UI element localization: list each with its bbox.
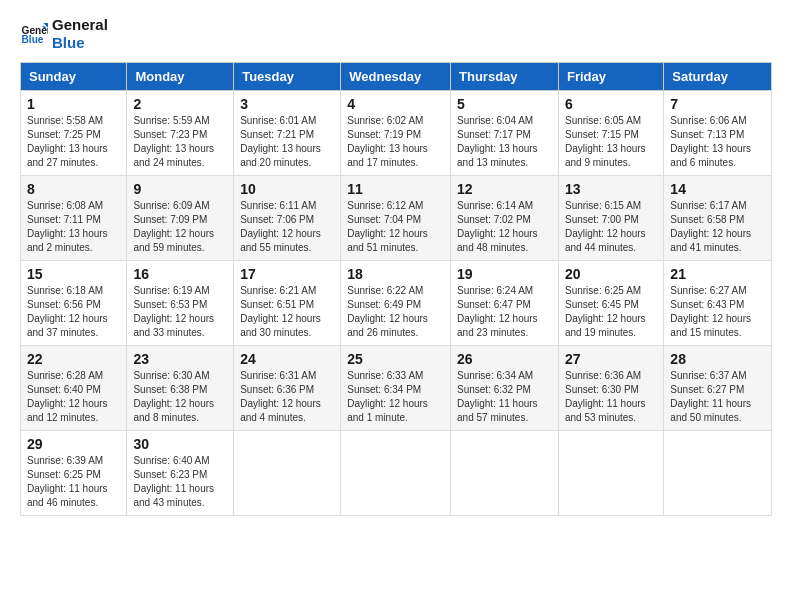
calendar-cell: 17Sunrise: 6:21 AM Sunset: 6:51 PM Dayli… xyxy=(234,261,341,346)
weekday-header: Monday xyxy=(127,63,234,91)
calendar-cell: 14Sunrise: 6:17 AM Sunset: 6:58 PM Dayli… xyxy=(664,176,772,261)
calendar-table: SundayMondayTuesdayWednesdayThursdayFrid… xyxy=(20,62,772,516)
day-number: 29 xyxy=(27,436,120,452)
calendar-cell: 9Sunrise: 6:09 AM Sunset: 7:09 PM Daylig… xyxy=(127,176,234,261)
calendar-cell: 15Sunrise: 6:18 AM Sunset: 6:56 PM Dayli… xyxy=(21,261,127,346)
day-number: 23 xyxy=(133,351,227,367)
weekday-header: Tuesday xyxy=(234,63,341,91)
calendar-cell: 22Sunrise: 6:28 AM Sunset: 6:40 PM Dayli… xyxy=(21,346,127,431)
day-number: 21 xyxy=(670,266,765,282)
calendar-cell: 11Sunrise: 6:12 AM Sunset: 7:04 PM Dayli… xyxy=(341,176,451,261)
day-number: 16 xyxy=(133,266,227,282)
day-info: Sunrise: 6:02 AM Sunset: 7:19 PM Dayligh… xyxy=(347,114,444,170)
calendar-cell: 5Sunrise: 6:04 AM Sunset: 7:17 PM Daylig… xyxy=(451,91,559,176)
day-info: Sunrise: 6:22 AM Sunset: 6:49 PM Dayligh… xyxy=(347,284,444,340)
day-number: 2 xyxy=(133,96,227,112)
day-info: Sunrise: 6:17 AM Sunset: 6:58 PM Dayligh… xyxy=(670,199,765,255)
calendar-cell: 28Sunrise: 6:37 AM Sunset: 6:27 PM Dayli… xyxy=(664,346,772,431)
day-info: Sunrise: 6:06 AM Sunset: 7:13 PM Dayligh… xyxy=(670,114,765,170)
day-info: Sunrise: 6:04 AM Sunset: 7:17 PM Dayligh… xyxy=(457,114,552,170)
day-info: Sunrise: 6:36 AM Sunset: 6:30 PM Dayligh… xyxy=(565,369,657,425)
calendar-cell: 6Sunrise: 6:05 AM Sunset: 7:15 PM Daylig… xyxy=(558,91,663,176)
day-number: 4 xyxy=(347,96,444,112)
day-info: Sunrise: 6:31 AM Sunset: 6:36 PM Dayligh… xyxy=(240,369,334,425)
logo: General Blue General Blue xyxy=(20,16,108,52)
calendar-cell xyxy=(234,431,341,516)
calendar-cell: 8Sunrise: 6:08 AM Sunset: 7:11 PM Daylig… xyxy=(21,176,127,261)
calendar-cell: 27Sunrise: 6:36 AM Sunset: 6:30 PM Dayli… xyxy=(558,346,663,431)
calendar-cell: 13Sunrise: 6:15 AM Sunset: 7:00 PM Dayli… xyxy=(558,176,663,261)
day-number: 1 xyxy=(27,96,120,112)
day-number: 13 xyxy=(565,181,657,197)
day-info: Sunrise: 5:58 AM Sunset: 7:25 PM Dayligh… xyxy=(27,114,120,170)
calendar-cell: 21Sunrise: 6:27 AM Sunset: 6:43 PM Dayli… xyxy=(664,261,772,346)
calendar-week-row: 29Sunrise: 6:39 AM Sunset: 6:25 PM Dayli… xyxy=(21,431,772,516)
weekday-header: Friday xyxy=(558,63,663,91)
day-info: Sunrise: 6:14 AM Sunset: 7:02 PM Dayligh… xyxy=(457,199,552,255)
day-number: 6 xyxy=(565,96,657,112)
day-number: 19 xyxy=(457,266,552,282)
weekday-header: Wednesday xyxy=(341,63,451,91)
calendar-cell: 4Sunrise: 6:02 AM Sunset: 7:19 PM Daylig… xyxy=(341,91,451,176)
calendar-cell: 20Sunrise: 6:25 AM Sunset: 6:45 PM Dayli… xyxy=(558,261,663,346)
calendar-cell: 7Sunrise: 6:06 AM Sunset: 7:13 PM Daylig… xyxy=(664,91,772,176)
calendar-cell: 30Sunrise: 6:40 AM Sunset: 6:23 PM Dayli… xyxy=(127,431,234,516)
day-number: 28 xyxy=(670,351,765,367)
calendar-cell: 24Sunrise: 6:31 AM Sunset: 6:36 PM Dayli… xyxy=(234,346,341,431)
calendar-cell: 1Sunrise: 5:58 AM Sunset: 7:25 PM Daylig… xyxy=(21,91,127,176)
day-info: Sunrise: 6:21 AM Sunset: 6:51 PM Dayligh… xyxy=(240,284,334,340)
calendar-cell: 3Sunrise: 6:01 AM Sunset: 7:21 PM Daylig… xyxy=(234,91,341,176)
calendar-cell: 26Sunrise: 6:34 AM Sunset: 6:32 PM Dayli… xyxy=(451,346,559,431)
day-number: 5 xyxy=(457,96,552,112)
calendar-week-row: 15Sunrise: 6:18 AM Sunset: 6:56 PM Dayli… xyxy=(21,261,772,346)
day-info: Sunrise: 6:01 AM Sunset: 7:21 PM Dayligh… xyxy=(240,114,334,170)
day-info: Sunrise: 6:24 AM Sunset: 6:47 PM Dayligh… xyxy=(457,284,552,340)
calendar-cell: 29Sunrise: 6:39 AM Sunset: 6:25 PM Dayli… xyxy=(21,431,127,516)
day-number: 22 xyxy=(27,351,120,367)
day-number: 7 xyxy=(670,96,765,112)
day-number: 18 xyxy=(347,266,444,282)
calendar-cell: 2Sunrise: 5:59 AM Sunset: 7:23 PM Daylig… xyxy=(127,91,234,176)
weekday-header: Sunday xyxy=(21,63,127,91)
day-info: Sunrise: 6:12 AM Sunset: 7:04 PM Dayligh… xyxy=(347,199,444,255)
day-info: Sunrise: 6:15 AM Sunset: 7:00 PM Dayligh… xyxy=(565,199,657,255)
weekday-header: Saturday xyxy=(664,63,772,91)
day-number: 15 xyxy=(27,266,120,282)
calendar-week-row: 8Sunrise: 6:08 AM Sunset: 7:11 PM Daylig… xyxy=(21,176,772,261)
day-number: 8 xyxy=(27,181,120,197)
calendar-cell: 19Sunrise: 6:24 AM Sunset: 6:47 PM Dayli… xyxy=(451,261,559,346)
calendar-cell xyxy=(664,431,772,516)
day-number: 20 xyxy=(565,266,657,282)
day-info: Sunrise: 6:28 AM Sunset: 6:40 PM Dayligh… xyxy=(27,369,120,425)
day-info: Sunrise: 6:18 AM Sunset: 6:56 PM Dayligh… xyxy=(27,284,120,340)
calendar-cell: 12Sunrise: 6:14 AM Sunset: 7:02 PM Dayli… xyxy=(451,176,559,261)
calendar-cell: 18Sunrise: 6:22 AM Sunset: 6:49 PM Dayli… xyxy=(341,261,451,346)
logo-text-general: General xyxy=(52,16,108,34)
day-info: Sunrise: 6:27 AM Sunset: 6:43 PM Dayligh… xyxy=(670,284,765,340)
day-number: 24 xyxy=(240,351,334,367)
day-number: 27 xyxy=(565,351,657,367)
calendar-cell xyxy=(341,431,451,516)
calendar-cell: 10Sunrise: 6:11 AM Sunset: 7:06 PM Dayli… xyxy=(234,176,341,261)
calendar-cell xyxy=(451,431,559,516)
calendar-week-row: 22Sunrise: 6:28 AM Sunset: 6:40 PM Dayli… xyxy=(21,346,772,431)
day-info: Sunrise: 6:30 AM Sunset: 6:38 PM Dayligh… xyxy=(133,369,227,425)
day-info: Sunrise: 6:08 AM Sunset: 7:11 PM Dayligh… xyxy=(27,199,120,255)
day-info: Sunrise: 6:40 AM Sunset: 6:23 PM Dayligh… xyxy=(133,454,227,510)
calendar-cell xyxy=(558,431,663,516)
header: General Blue General Blue xyxy=(20,16,772,52)
day-info: Sunrise: 6:19 AM Sunset: 6:53 PM Dayligh… xyxy=(133,284,227,340)
day-number: 12 xyxy=(457,181,552,197)
day-info: Sunrise: 6:11 AM Sunset: 7:06 PM Dayligh… xyxy=(240,199,334,255)
calendar-week-row: 1Sunrise: 5:58 AM Sunset: 7:25 PM Daylig… xyxy=(21,91,772,176)
day-number: 17 xyxy=(240,266,334,282)
day-info: Sunrise: 6:05 AM Sunset: 7:15 PM Dayligh… xyxy=(565,114,657,170)
calendar-cell: 23Sunrise: 6:30 AM Sunset: 6:38 PM Dayli… xyxy=(127,346,234,431)
day-info: Sunrise: 6:33 AM Sunset: 6:34 PM Dayligh… xyxy=(347,369,444,425)
calendar-cell: 25Sunrise: 6:33 AM Sunset: 6:34 PM Dayli… xyxy=(341,346,451,431)
day-info: Sunrise: 6:34 AM Sunset: 6:32 PM Dayligh… xyxy=(457,369,552,425)
day-number: 11 xyxy=(347,181,444,197)
day-number: 10 xyxy=(240,181,334,197)
logo-icon: General Blue xyxy=(20,20,48,48)
day-number: 30 xyxy=(133,436,227,452)
